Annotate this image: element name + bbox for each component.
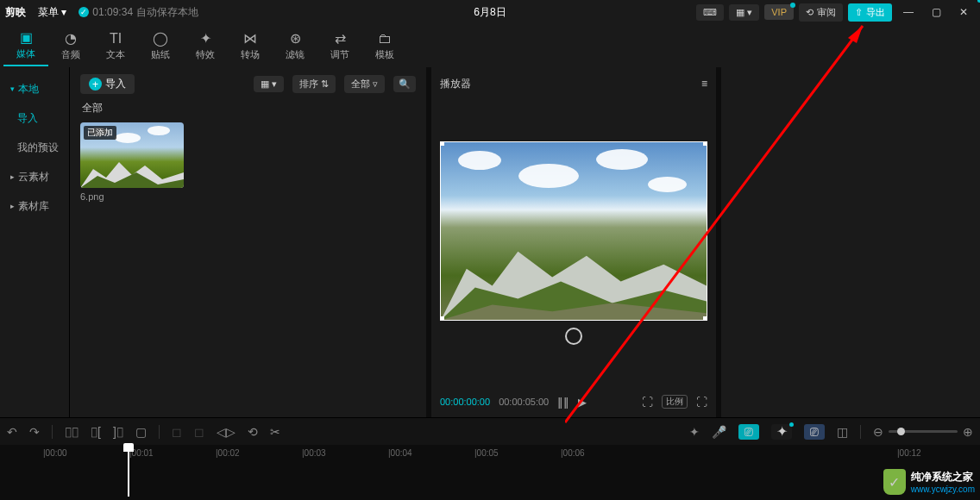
check-icon: ✓	[79, 7, 89, 17]
text-icon: TI	[110, 31, 122, 47]
review-button[interactable]: ⟲ 审阅	[799, 3, 843, 22]
nav-cloud[interactable]: ▸云素材	[0, 162, 69, 191]
tab-label: 模板	[375, 48, 394, 61]
filter-all[interactable]: 全部 ▿	[344, 75, 385, 93]
rotate-handle[interactable]	[565, 328, 582, 345]
trim-right[interactable]: ]⌷	[113, 425, 123, 439]
play-button[interactable]: ▶	[578, 396, 587, 409]
thumb-name: 6.png	[80, 191, 184, 202]
tool-b[interactable]: ◻	[194, 425, 204, 439]
tab-media[interactable]: ▣媒体	[3, 25, 48, 66]
vip-button[interactable]: VIP	[764, 4, 794, 20]
wm-url: www.ycwjzy.com	[911, 484, 975, 494]
tab-label: 媒体	[16, 47, 35, 60]
tab-filter[interactable]: ⊛滤镜	[273, 25, 317, 66]
split-button[interactable]: ⌷⌷	[65, 425, 79, 439]
save-text: 自动保存本地	[136, 5, 198, 20]
tab-effect[interactable]: ✦特效	[183, 25, 228, 66]
close-button[interactable]: ✕	[952, 3, 975, 21]
delete-button[interactable]: ▢	[135, 425, 147, 439]
zoom-slider[interactable]	[889, 430, 958, 433]
tool-a[interactable]: ◻	[172, 425, 182, 439]
review-label: 审阅	[817, 6, 836, 19]
tab-label: 贴纸	[151, 48, 170, 61]
player-panel: 播放器 ≡ 00:00:00:00 00:00:05:00	[431, 67, 716, 417]
search-button[interactable]: 🔍	[393, 76, 416, 92]
minimize-button[interactable]: ―	[897, 3, 920, 21]
import-button[interactable]: +导入	[80, 74, 135, 94]
tab-label: 音频	[61, 48, 80, 61]
media-thumb[interactable]: 已添加 6.png	[80, 122, 184, 202]
nav-local[interactable]: ▾本地	[0, 74, 69, 103]
timeline-toolbar: ↶ ↷ ⌷⌷ ⌷[ ]⌷ ▢ ◻ ◻ ◁▷ ⟲ ✂ ✦ 🎤 ⎚ ✦ ⎚ ◫ ⊖ …	[0, 417, 980, 445]
player-menu[interactable]: ≡	[701, 78, 707, 90]
maximize-button[interactable]: ▢	[925, 3, 947, 21]
template-icon: 🗀	[378, 31, 392, 47]
zoom-in[interactable]: ⊕	[963, 425, 973, 439]
adjust-icon: ⇄	[335, 30, 346, 47]
tool-tabs: ▣媒体 ◔音频 TI文本 ◯贴纸 ✦特效 ⋈转场 ⊛滤镜 ⇄调节 🗀模板	[0, 24, 980, 67]
mic-button[interactable]: 🎤	[712, 425, 726, 439]
added-badge: 已添加	[84, 126, 116, 140]
undo-button[interactable]: ↶	[7, 425, 17, 439]
thumb-image: 已添加	[80, 122, 184, 188]
media-panel: +导入 ▦ ▾ 排序 ⇅ 全部 ▿ 🔍 全部 已添加 6.png	[69, 67, 426, 417]
tab-label: 转场	[241, 48, 260, 61]
audio-icon: ◔	[65, 30, 77, 47]
import-label: 导入	[105, 77, 126, 91]
zoom-out[interactable]: ⊖	[873, 425, 883, 439]
magic-button[interactable]: ✦	[689, 425, 700, 439]
fullscreen-button[interactable]: ⛶	[696, 396, 707, 409]
nav-label: 本地	[18, 82, 39, 97]
sort-button[interactable]: 排序 ⇅	[292, 75, 336, 93]
filter-icon: ⊛	[290, 30, 301, 47]
nav-library[interactable]: ▸素材库	[0, 191, 69, 221]
crop-tool[interactable]: ✂	[270, 425, 280, 439]
timeline-ruler[interactable]: |00:00 |00:01 |00:02 |00:03 |00:04 |00:0…	[0, 445, 980, 466]
track-cyan[interactable]: ⎚	[738, 424, 759, 440]
tab-transition[interactable]: ⋈转场	[228, 25, 273, 66]
crop-button[interactable]: ⛶	[642, 396, 653, 409]
tab-text[interactable]: TI文本	[93, 25, 138, 66]
tick: |00:05	[474, 448, 499, 458]
track-main[interactable]: ✦	[771, 424, 792, 440]
tab-label: 滤镜	[286, 48, 305, 61]
export-button[interactable]: ⇧ 导出	[848, 3, 892, 22]
tab-label: 文本	[106, 48, 125, 61]
keyboard-button[interactable]: ⌨	[696, 4, 724, 21]
layout-button[interactable]: ▦ ▾	[729, 4, 759, 21]
nav-label: 素材库	[18, 199, 49, 214]
export-label: 导出	[866, 6, 885, 19]
menu-dropdown[interactable]: 菜单 ▾	[33, 3, 72, 22]
chevron-down-icon: ▾	[10, 84, 15, 93]
tab-sticker[interactable]: ◯贴纸	[138, 25, 183, 66]
view-grid[interactable]: ▦ ▾	[254, 76, 284, 92]
align-button[interactable]: ◫	[837, 425, 848, 439]
tab-adjust[interactable]: ⇄调节	[317, 25, 362, 66]
nav-preset[interactable]: 我的预设	[0, 133, 69, 162]
shield-icon: ✓	[883, 469, 906, 495]
prev-frame[interactable]: ‖‖	[557, 396, 569, 409]
track-blue[interactable]: ⎚	[804, 424, 825, 440]
tab-audio[interactable]: ◔音频	[48, 25, 93, 66]
zoom-handle[interactable]	[897, 428, 905, 435]
preview-frame[interactable]	[440, 141, 707, 321]
mountain-icon	[80, 153, 184, 188]
playhead[interactable]	[128, 445, 129, 497]
trim-left[interactable]: ⌷[	[91, 425, 101, 439]
filter-label: 全部	[351, 78, 370, 91]
chevron-right-icon: ▸	[10, 172, 15, 181]
effect-icon: ✦	[200, 30, 211, 47]
rotate-button[interactable]: ⟲	[248, 425, 258, 439]
timeline-tracks[interactable]	[0, 466, 980, 500]
time-duration: 00:00:05:00	[499, 397, 549, 407]
redo-button[interactable]: ↷	[29, 425, 40, 439]
app-logo: 剪映	[5, 5, 26, 20]
nav-import[interactable]: 导入	[0, 103, 69, 133]
ratio-button[interactable]: 比例	[662, 395, 688, 409]
mirror-button[interactable]: ◁▷	[217, 425, 236, 439]
mountain-icon	[441, 226, 707, 320]
right-panel	[721, 67, 980, 417]
tab-template[interactable]: 🗀模板	[362, 25, 407, 66]
nav-label: 云素材	[18, 170, 49, 184]
